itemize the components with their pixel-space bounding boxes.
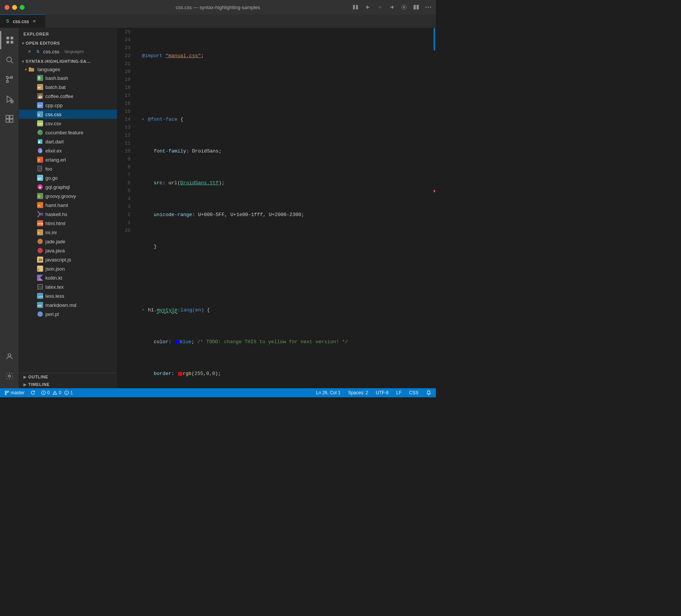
val-0b: 0 — [212, 370, 215, 378]
minimize-button[interactable] — [12, 5, 17, 10]
collapse-17[interactable]: ▾ — [142, 306, 147, 314]
split-editor-icon[interactable] — [353, 4, 359, 10]
svg-text:E: E — [38, 158, 40, 162]
file-java-label: java.java — [45, 248, 65, 254]
outline-panel[interactable]: ▶ OUTLINE — [19, 373, 117, 381]
activity-source-control[interactable] — [0, 70, 19, 89]
code-line-20: unicode-range: U+000-5FF, U+1e00-1fff, U… — [142, 211, 431, 219]
project-header[interactable]: ▾ Syntax-Highlighting-Sa... — [19, 58, 117, 65]
file-css[interactable]: S css.css — [19, 110, 117, 119]
svg-text:JS: JS — [38, 258, 42, 262]
timeline-panel[interactable]: ▶ TIMELINE — [19, 381, 117, 388]
activity-accounts[interactable] — [0, 347, 19, 366]
sel-lang: :lang(en) — [177, 306, 204, 314]
window-title: css.css — syntax-highlighting-samples — [176, 5, 260, 10]
info-count: 1 — [70, 390, 73, 395]
tab-close-button[interactable]: × — [31, 18, 37, 24]
svg-rect-19 — [6, 115, 9, 118]
encoding-text: UTF-8 — [376, 390, 389, 395]
file-csv-label: csv.csv — [45, 121, 61, 126]
svg-point-8 — [6, 57, 11, 62]
file-cpp[interactable]: C+ cpp.cpp — [19, 101, 117, 110]
close-button[interactable] — [5, 5, 9, 10]
file-kotlin[interactable]: kotlin.kt — [19, 273, 117, 282]
open-editors-header[interactable]: ▾ Open Editors — [19, 39, 117, 47]
file-ini[interactable]: ≡ ini.ini — [19, 228, 117, 237]
file-batch[interactable]: W batch.bat — [19, 82, 117, 92]
activity-settings[interactable] — [0, 367, 19, 385]
erlang-icon: E — [37, 157, 43, 163]
code-content[interactable]: @import "manual.css"; ▾@font-face { font… — [138, 28, 431, 388]
run-icon[interactable] — [401, 4, 407, 10]
go-forward-icon[interactable] — [389, 4, 395, 10]
sidebar-title: Explorer — [19, 28, 117, 39]
file-latex[interactable]: TeX latex.tex — [19, 282, 117, 291]
file-javascript[interactable]: JS javascript.js — [19, 255, 117, 264]
svg-point-23 — [8, 354, 11, 356]
folder-languages[interactable]: ▾ languages — [19, 65, 117, 73]
activity-run[interactable] — [0, 90, 19, 108]
svg-text:TeX: TeX — [38, 286, 43, 288]
svg-text:B: B — [38, 76, 40, 80]
open-editors-chevron: ▾ — [22, 41, 24, 45]
status-position[interactable]: Ln 26, Col 1 — [314, 390, 342, 395]
svg-rect-0 — [353, 5, 355, 9]
comment-16: /* TODO: change THIS to yellow for next … — [197, 338, 348, 346]
open-file-css[interactable]: × S css.css languages — [19, 47, 117, 56]
file-perl[interactable]: perl.pl — [19, 310, 117, 319]
status-sync[interactable] — [29, 390, 37, 395]
tab-css-css[interactable]: S css.css × — [0, 14, 45, 28]
more-actions-icon[interactable] — [425, 4, 431, 10]
file-foo-label: foo — [45, 166, 52, 172]
file-groovy[interactable]: G groovy.groovy — [19, 191, 117, 201]
content-area: Explorer ▾ Open Editors × S css.css lang… — [0, 28, 436, 388]
status-errors[interactable]: 0 0 1 — [40, 390, 75, 395]
activity-search[interactable] — [0, 51, 19, 69]
open-file-close[interactable]: × — [28, 48, 31, 54]
bash-icon: B — [37, 75, 43, 81]
file-erlang[interactable]: E erlang.erl — [19, 155, 117, 164]
file-java[interactable]: java.java — [19, 246, 117, 255]
status-encoding[interactable]: UTF-8 — [374, 390, 390, 395]
sel-h1: h1 — [148, 306, 154, 314]
val-droidsans: DroidSans — [192, 147, 219, 155]
maximize-button[interactable] — [20, 5, 25, 10]
status-language[interactable]: CSS — [407, 390, 420, 395]
file-graphql[interactable]: ◈ gql.graphql — [19, 182, 117, 191]
svg-text:≡: ≡ — [38, 231, 40, 235]
file-haskell[interactable]: haskell.hs — [19, 210, 117, 219]
file-less[interactable]: Less less.less — [19, 291, 117, 300]
split-view-icon[interactable] — [413, 4, 419, 10]
file-haml[interactable]: % haml.haml — [19, 201, 117, 210]
activity-explorer[interactable] — [0, 31, 19, 49]
file-json[interactable]: {} json.json — [19, 264, 117, 273]
file-coffee[interactable]: ☕ coffee.coffee — [19, 92, 117, 101]
file-jade[interactable]: jade.jade — [19, 237, 117, 246]
project-section: ▾ Syntax-Highlighting-Sa... ▾ languages … — [19, 57, 117, 319]
status-line-endings[interactable]: LF — [395, 390, 403, 395]
file-go[interactable]: go go.go — [19, 173, 117, 182]
file-dart[interactable]: ◆ dart.dart — [19, 137, 117, 146]
status-branch[interactable]: master — [3, 390, 26, 395]
file-haml-label: haml.haml — [45, 202, 68, 208]
json-icon: {} — [37, 266, 43, 272]
open-editors-label: Open Editors — [26, 41, 60, 45]
status-spaces[interactable]: Spaces: 2 — [347, 390, 370, 395]
file-less-label: less.less — [45, 293, 64, 299]
file-html[interactable]: HTML html.html — [19, 219, 117, 228]
file-cucumber-label: cucumber.feature — [45, 130, 83, 135]
vertical-scrollbar[interactable] — [431, 28, 436, 388]
file-csv[interactable]: CSV csv.csv — [19, 119, 117, 128]
file-bash[interactable]: B bash.bash — [19, 73, 117, 82]
activity-extensions[interactable] — [0, 110, 19, 128]
status-bell[interactable] — [424, 390, 433, 395]
file-cucumber[interactable]: 🥒 cucumber.feature — [19, 128, 117, 137]
file-foo[interactable]: foo — [19, 164, 117, 173]
code-line-19: } — [142, 243, 431, 250]
go-back-icon[interactable] — [365, 4, 371, 10]
file-markdown[interactable]: md markdown.md — [19, 300, 117, 310]
latex-icon: TeX — [37, 284, 43, 290]
svg-text:C+: C+ — [38, 104, 42, 107]
collapse-23[interactable]: ▾ — [142, 115, 147, 123]
file-elixir[interactable]: 💧 elixir.ex — [19, 146, 117, 155]
